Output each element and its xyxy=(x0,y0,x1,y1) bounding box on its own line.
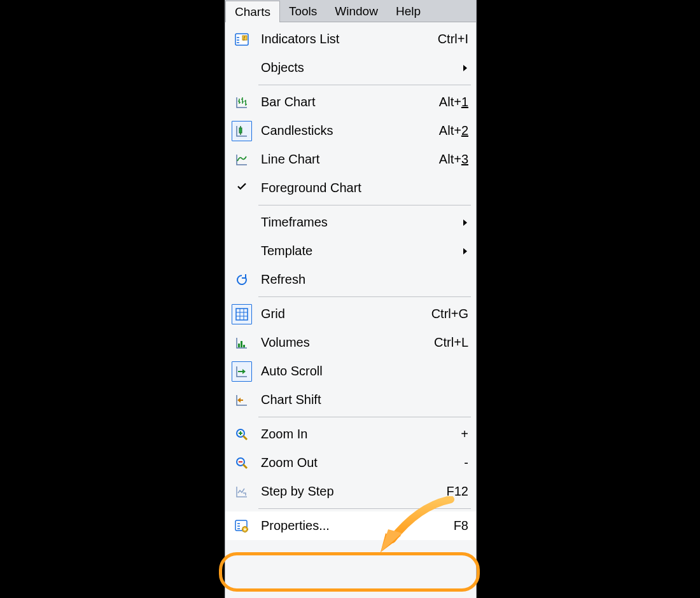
menu-item-label: Auto Scroll xyxy=(258,364,468,379)
menu-item-shortcut: Ctrl+L xyxy=(430,335,468,350)
chart-shift-icon-cell xyxy=(225,390,258,410)
menu-item-bar-chart[interactable]: Bar ChartAlt+1 xyxy=(225,88,476,116)
menubar: Charts Tools Window Help xyxy=(225,0,476,22)
menu-item-line-chart[interactable]: Line ChartAlt+3 xyxy=(225,145,476,174)
menu-item-shortcut: Ctrl+G xyxy=(430,307,468,321)
menu-item-label: Objects xyxy=(258,60,463,75)
menu-item-foreground-chart[interactable]: Foreground Chart xyxy=(225,174,476,202)
menu-separator xyxy=(258,508,471,509)
menu-item-label: Template xyxy=(258,244,463,258)
submenu-arrow-icon xyxy=(463,65,467,71)
menu-item-label: Foreground Chart xyxy=(258,181,468,195)
menubar-item-charts[interactable]: Charts xyxy=(225,1,280,22)
step-icon-cell xyxy=(225,482,258,502)
zoom-out-icon xyxy=(232,453,252,473)
menu-item-timeframes[interactable]: Timeframes xyxy=(225,208,476,237)
properties-icon-cell xyxy=(225,516,258,536)
svg-point-16 xyxy=(244,528,246,530)
menu-item-zoom-in[interactable]: Zoom In+ xyxy=(225,420,476,448)
menu-item-label: Zoom In xyxy=(258,427,430,442)
menu-item-label: Chart Shift xyxy=(258,393,468,407)
menu-item-shortcut: Alt+2 xyxy=(430,123,468,138)
menu-item-label: Indicators List xyxy=(258,32,430,46)
menu-item-step-by-step[interactable]: Step by StepF12 xyxy=(225,477,476,506)
menu-item-shortcut: F8 xyxy=(430,518,468,533)
menu-item-label: Refresh xyxy=(258,272,468,287)
svg-rect-7 xyxy=(238,344,240,347)
zoom-out-icon-cell xyxy=(225,453,258,473)
menu-item-shortcut: F12 xyxy=(430,484,468,499)
menu-separator xyxy=(258,85,471,85)
menu-item-refresh[interactable]: Refresh xyxy=(225,265,476,294)
svg-line-11 xyxy=(243,436,247,440)
menu-item-candlesticks[interactable]: CandlesticksAlt+2 xyxy=(225,116,476,145)
menu-separator xyxy=(258,417,471,417)
svg-rect-9 xyxy=(243,345,245,347)
menu-item-grid[interactable]: GridCtrl+G xyxy=(225,300,476,328)
menu-item-zoom-out[interactable]: Zoom Out- xyxy=(225,448,476,477)
menu-item-label: Line Chart xyxy=(258,152,430,167)
grid-icon xyxy=(232,304,252,324)
submenu-arrow-icon xyxy=(463,219,467,226)
menu-item-shortcut: Alt+1 xyxy=(430,95,468,109)
line-chart-icon-cell xyxy=(225,150,258,170)
bar-chart-icon-cell xyxy=(225,92,258,113)
menu-item-label: Grid xyxy=(258,307,430,321)
indicators-icon: ƒ xyxy=(232,29,252,50)
menu-item-label: Candlesticks xyxy=(258,123,430,138)
bar-chart-icon xyxy=(232,92,252,113)
menu-item-shortcut: - xyxy=(430,455,468,470)
step-icon xyxy=(232,482,252,502)
charts-dropdown-menu: ƒIndicators ListCtrl+IObjectsBar ChartAl… xyxy=(225,22,476,598)
foreground-chart-icon-cell xyxy=(225,181,258,195)
menubar-item-help[interactable]: Help xyxy=(387,0,430,22)
grid-icon-cell xyxy=(225,304,258,324)
zoom-in-icon xyxy=(232,424,252,445)
line-chart-icon xyxy=(232,150,252,170)
menubar-item-window[interactable]: Window xyxy=(326,0,387,22)
check-icon xyxy=(236,181,248,195)
menu-item-label: Properties... xyxy=(258,518,430,533)
indicators-icon-cell: ƒ xyxy=(225,29,258,50)
menu-item-shortcut: Ctrl+I xyxy=(430,32,468,46)
menu-item-shortcut: Alt+3 xyxy=(430,152,468,167)
menu-item-properties[interactable]: Properties...F8 xyxy=(225,511,476,540)
menu-item-indicators-list[interactable]: ƒIndicators ListCtrl+I xyxy=(225,25,476,53)
submenu-arrow-icon xyxy=(463,248,467,254)
candlesticks-icon-cell xyxy=(225,121,258,141)
menubar-item-tools[interactable]: Tools xyxy=(280,0,326,22)
menu-item-chart-shift[interactable]: Chart Shift xyxy=(225,386,476,414)
volumes-icon xyxy=(232,333,252,353)
menu-separator xyxy=(258,205,471,205)
menu-item-label: Bar Chart xyxy=(258,95,430,109)
svg-rect-6 xyxy=(236,309,248,320)
menu-item-volumes[interactable]: VolumesCtrl+L xyxy=(225,328,476,357)
menu-item-label: Zoom Out xyxy=(258,455,430,470)
chart-shift-icon xyxy=(232,390,252,410)
refresh-icon xyxy=(232,270,252,290)
zoom-in-icon-cell xyxy=(225,424,258,445)
svg-rect-8 xyxy=(241,341,242,347)
menu-item-label: Volumes xyxy=(258,335,430,350)
svg-rect-3 xyxy=(239,128,242,133)
menu-item-objects[interactable]: Objects xyxy=(225,53,476,82)
menu-item-label: Step by Step xyxy=(258,484,430,499)
svg-line-13 xyxy=(243,464,247,468)
volumes-icon-cell xyxy=(225,333,258,353)
charts-menu-panel: Charts Tools Window Help ƒIndicators Lis… xyxy=(225,0,477,598)
svg-text:ƒ: ƒ xyxy=(243,36,246,41)
auto-scroll-icon-cell xyxy=(225,361,258,382)
menu-separator xyxy=(258,296,471,297)
properties-icon xyxy=(232,516,252,536)
auto-scroll-icon xyxy=(232,361,252,382)
menu-item-template[interactable]: Template xyxy=(225,237,476,265)
menu-item-label: Timeframes xyxy=(258,215,463,230)
candlesticks-icon xyxy=(232,121,252,141)
refresh-icon-cell xyxy=(225,270,258,290)
menu-item-auto-scroll[interactable]: Auto Scroll xyxy=(225,357,476,386)
menu-item-shortcut: + xyxy=(430,427,468,442)
